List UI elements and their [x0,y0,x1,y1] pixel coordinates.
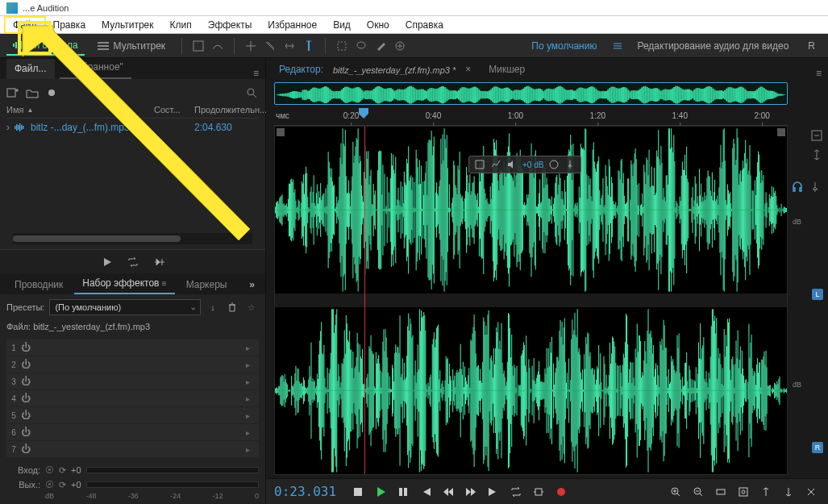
tool-lasso-icon[interactable] [355,40,368,52]
col-state-header[interactable]: Сост... [154,105,194,115]
fx-slot[interactable]: 7⏻▸ [6,441,259,457]
col-duration-header[interactable]: Продолжительн... [194,105,259,115]
zoom-sel-icon[interactable] [734,483,752,501]
zoom-out-icon[interactable] [689,483,707,501]
menu-clip[interactable]: Клип [162,17,200,33]
svg-rect-85 [385,89,387,101]
tool-heal-icon[interactable] [393,40,406,52]
headphones-icon[interactable] [791,181,804,194]
menu-window[interactable]: Окно [359,17,397,33]
loop-mini-icon[interactable] [127,256,139,268]
menu-effects[interactable]: Эффекты [200,17,260,33]
tab-explorer[interactable]: Проводник [6,275,71,294]
forward-button[interactable] [462,483,480,501]
mode-multitrack[interactable]: Мультитрек [91,37,172,55]
vertical-zoom-icon[interactable] [810,148,823,161]
timecode-display[interactable]: 0:23.031 [274,484,336,499]
tab-files[interactable]: Файл... [6,59,55,79]
workspace-r[interactable]: R [801,40,822,52]
zoom-reset-icon[interactable] [802,483,820,501]
hud-toolbar[interactable]: +0 dB [468,156,581,173]
svg-rect-89 [392,90,393,101]
pin-icon[interactable] [809,181,822,194]
skip-back-button[interactable] [417,483,435,501]
zoom-out-v-icon[interactable] [780,483,797,501]
rewind-button[interactable] [439,483,457,501]
preset-delete-icon[interactable] [225,300,239,314]
menu-help[interactable]: Справка [397,17,451,33]
tool-spectral-icon[interactable] [192,40,205,52]
tool-time-icon[interactable] [302,40,315,52]
new-file-icon[interactable] [6,87,19,98]
channel-left-badge[interactable]: L [812,289,823,300]
loop-button[interactable] [507,483,525,501]
zoom-fit-icon[interactable] [810,129,823,142]
menu-favorites[interactable]: Избранное [260,17,325,33]
hud-pan-icon[interactable] [474,159,485,170]
overview-waveform[interactable] [274,82,788,105]
skip-selection-button[interactable] [530,483,547,501]
tool-marquee-icon[interactable] [335,40,348,52]
waveform-display[interactable]: +0 dB [274,126,788,475]
fx-slot[interactable]: 3⏻▸ [6,373,259,389]
autoplay-mini-icon[interactable] [153,256,164,268]
file-row[interactable]: › bitlz -...day_(...fm).mp3 * 2:04.630 [6,119,259,136]
pause-button[interactable] [394,483,412,501]
hud-fx-icon[interactable] [548,159,560,170]
timeline[interactable]: чмс 0:200:401:001:201:402:00 [274,108,788,126]
fx-slot[interactable]: 6⏻▸ [6,424,259,440]
search-icon[interactable] [246,87,259,98]
preset-star-icon[interactable]: ☆ [244,300,259,314]
tab-favorites[interactable]: "Избранное" [60,57,131,79]
editor-panel-menu-icon[interactable]: ≡ [816,68,822,79]
tool-razor-icon[interactable] [264,40,277,52]
record-file-icon[interactable] [45,87,58,98]
workspace-video[interactable]: Редактирование аудио для видео [630,40,795,52]
output-gain-knob[interactable]: ⟳ [59,480,66,490]
fx-slot[interactable]: 2⏻▸ [6,356,259,373]
open-file-icon[interactable] [26,87,39,98]
mode-waveform[interactable]: ип сигнала [6,36,85,56]
preset-save-icon[interactable]: ↓ [206,300,220,314]
tab-mixer[interactable]: Микшер [477,60,536,79]
hud-meter-icon[interactable] [490,159,501,170]
workspace-default[interactable]: По умолчанию [523,40,605,52]
zoom-full-icon[interactable] [712,483,730,501]
zoom-in-icon[interactable] [667,483,684,501]
svg-rect-38 [306,90,307,99]
preset-select[interactable]: (По умолчанию) ⌵ [49,299,201,315]
tool-slip-icon[interactable] [283,40,296,52]
play-button[interactable] [372,483,389,501]
hud-pin-icon[interactable] [564,159,576,170]
tab-fx-rack[interactable]: Набор эффектов ≡ [74,273,174,294]
skip-fwd-button[interactable] [485,483,502,501]
tool-freq-icon[interactable] [211,40,224,52]
fx-slot[interactable]: 4⏻▸ [6,390,259,406]
tool-brush-icon[interactable] [374,40,387,52]
close-tab-icon[interactable]: × [459,60,477,79]
stop-button[interactable] [349,483,367,501]
tab-markers[interactable]: Маркеры [178,275,235,294]
menu-file[interactable]: Файл [5,17,45,33]
playhead-marker[interactable] [357,108,370,119]
menu-edit[interactable]: Правка [45,17,94,33]
scrollbar-h[interactable] [13,233,252,244]
menu-view[interactable]: Вид [325,17,359,33]
hud-gain-value[interactable]: +0 dB [522,160,543,169]
record-button[interactable] [552,483,570,501]
more-tabs-icon[interactable]: » [245,275,259,294]
tool-move-icon[interactable] [244,40,257,52]
fx-slot[interactable]: 5⏻▸ [6,407,259,423]
panel-menu-icon[interactable]: ≡ [253,68,259,79]
col-name-header[interactable]: Имя ▲ [6,105,154,115]
play-mini-icon[interactable] [102,256,113,268]
svg-rect-272 [702,89,704,101]
menu-multitrack[interactable]: Мультитрек [94,17,161,33]
fx-slot[interactable]: 1⏻▸ [6,339,259,356]
workspace-menu-icon[interactable] [611,40,624,52]
channel-right-badge[interactable]: R [812,442,823,453]
hud-vol-icon[interactable] [506,159,518,170]
input-gain-knob[interactable]: ⟳ [59,465,66,476]
zoom-in-v-icon[interactable] [757,483,775,501]
toggle-icon[interactable]: › [6,122,10,133]
